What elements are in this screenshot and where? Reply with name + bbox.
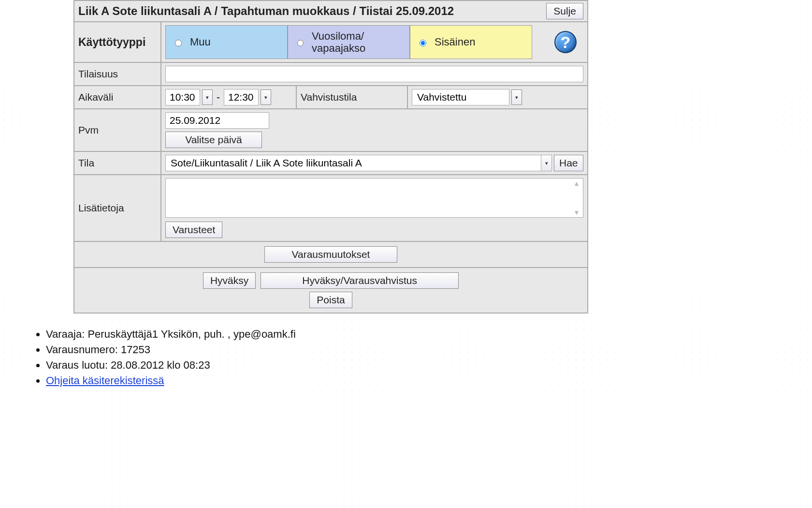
- event-name-input[interactable]: [165, 66, 583, 82]
- usage-type-muu[interactable]: Muu: [165, 25, 288, 59]
- time-end-input[interactable]: [224, 90, 258, 105]
- room-value: Sote/Liikuntasalit / Liik A Sote liikunt…: [166, 155, 541, 171]
- close-button[interactable]: Sulje: [546, 3, 583, 19]
- usage-type-label: Käyttötyyppi: [74, 22, 161, 62]
- radio-label-muu: Muu: [190, 36, 211, 48]
- equipment-button[interactable]: Varusteet: [165, 222, 222, 238]
- event-name-label: Tilaisuus: [74, 62, 161, 86]
- extra-info-label: Lisätietoja: [74, 175, 161, 241]
- status-dropdown[interactable]: ▾: [511, 90, 522, 105]
- status-value: Vahvistettu: [412, 90, 509, 105]
- textarea-down-icon[interactable]: ▼: [571, 209, 582, 216]
- usage-type-sisainen[interactable]: Sisäinen: [410, 25, 532, 59]
- info-reserver: Varaaja: Peruskäyttäjä1 Yksikön, puh. , …: [46, 328, 812, 341]
- room-dropdown[interactable]: ▾: [541, 155, 551, 171]
- pick-date-button[interactable]: Valitse päivä: [165, 132, 262, 148]
- room-label: Tila: [74, 151, 161, 175]
- event-edit-form: Liik A Sote liikuntasali A / Tapahtuman …: [73, 0, 588, 314]
- date-label: Pvm: [74, 109, 161, 151]
- radio-label-sisainen: Sisäinen: [435, 36, 475, 48]
- room-select[interactable]: Sote/Liikuntasalit / Liik A Sote liikunt…: [165, 155, 552, 171]
- radio-label-vuosiloma: Vuosiloma/ vapaajakso: [312, 30, 403, 55]
- reservation-info-list: Varaaja: Peruskäyttäjä1 Yksikön, puh. , …: [0, 328, 812, 387]
- approve-confirm-button[interactable]: Hyväksy/Varausvahvistus: [261, 272, 459, 289]
- radio-sisainen[interactable]: [420, 40, 426, 46]
- textarea-up-icon[interactable]: ▲: [571, 179, 582, 187]
- approve-button[interactable]: Hyväksy: [203, 272, 256, 289]
- info-created: Varaus luotu: 28.08.2012 klo 08:23: [46, 359, 812, 372]
- extra-info-wrap: ▲ ▼: [165, 178, 583, 218]
- status-label: Vahvistustila: [296, 86, 407, 109]
- radio-muu[interactable]: [175, 40, 182, 46]
- info-number: Varausnumero: 17253: [46, 344, 812, 356]
- time-end-dropdown[interactable]: ▾: [261, 90, 271, 105]
- info-help-link[interactable]: Ohjeita käsiterekisterissä: [46, 374, 164, 387]
- date-input[interactable]: [165, 112, 269, 129]
- time-dash: -: [215, 91, 222, 103]
- time-start-dropdown[interactable]: ▾: [202, 90, 213, 105]
- page-title: Liik A Sote liikuntasali A / Tapahtuman …: [78, 4, 454, 18]
- delete-button[interactable]: Poista: [309, 292, 352, 308]
- extra-info-textarea[interactable]: [166, 179, 570, 217]
- radio-vuosiloma[interactable]: [297, 40, 304, 46]
- search-button[interactable]: Hae: [554, 155, 583, 171]
- help-icon[interactable]: ?: [554, 31, 577, 53]
- status-select[interactable]: Vahvistettu: [412, 89, 509, 105]
- reservation-changes-button[interactable]: Varausmuutokset: [264, 246, 397, 263]
- time-range-label: Aikaväli: [74, 86, 161, 109]
- time-start-input[interactable]: [166, 90, 200, 105]
- usage-type-vuosiloma[interactable]: Vuosiloma/ vapaajakso: [288, 25, 410, 59]
